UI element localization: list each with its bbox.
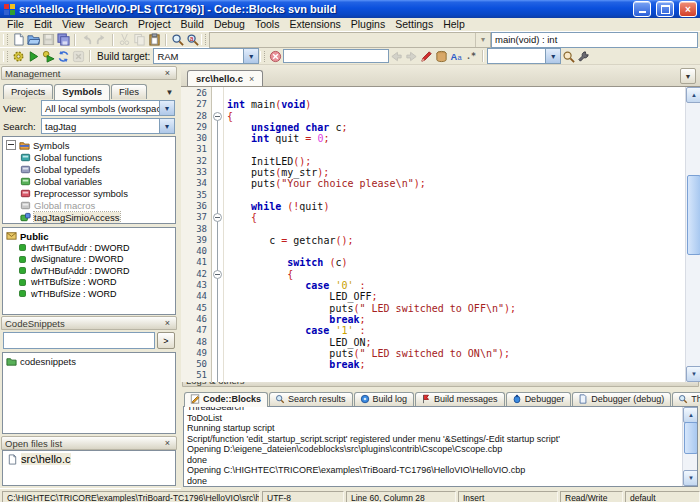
- collapse-icon[interactable]: [6, 140, 16, 150]
- code-line-34[interactable]: puts("Your choice please\n");: [227, 178, 685, 189]
- build-run-button[interactable]: [41, 49, 56, 63]
- scroll-up-icon[interactable]: ▲: [686, 87, 700, 103]
- menu-view[interactable]: View: [57, 18, 90, 31]
- minimize-button[interactable]: [633, 1, 651, 17]
- scrollbar-thumb[interactable]: [687, 175, 700, 255]
- toolbar-grip[interactable]: [260, 51, 265, 62]
- menu-settings[interactable]: Settings: [390, 18, 438, 31]
- code-line-28[interactable]: {: [227, 111, 685, 122]
- log-scrollbar[interactable]: ▲ ▼: [682, 407, 697, 486]
- open-folder-button[interactable]: [26, 33, 41, 47]
- regex-button[interactable]: .*: [464, 49, 479, 63]
- code-line-26[interactable]: [227, 88, 685, 99]
- paste-button[interactable]: [147, 33, 162, 47]
- open-files-caption[interactable]: Open files list ×: [1, 436, 177, 450]
- tab-files[interactable]: Files: [111, 84, 147, 99]
- code-editor[interactable]: 2627282930313233343536373839404142434445…: [181, 87, 700, 382]
- chevron-down-icon[interactable]: ▼: [163, 86, 176, 99]
- code-line-46[interactable]: break;: [227, 314, 685, 325]
- build-target-combo[interactable]: RAM ▾: [153, 48, 259, 64]
- fold-collapse-icon[interactable]: [212, 111, 223, 122]
- tab-symbols[interactable]: Symbols: [54, 84, 110, 100]
- chevron-down-icon[interactable]: ▾: [545, 49, 560, 63]
- code-line-43[interactable]: case '0' :: [227, 280, 685, 291]
- code-line-31[interactable]: [227, 144, 685, 155]
- restore-button[interactable]: [656, 1, 674, 17]
- wrench-button[interactable]: [576, 49, 591, 63]
- close-icon[interactable]: ×: [162, 68, 173, 78]
- public-member-dwsignature[interactable]: dwSignature : DWORD: [4, 254, 174, 266]
- public-member-whtbufsize[interactable]: wHTBufSize : WORD: [4, 277, 174, 289]
- code-line-48[interactable]: LED_ON;: [227, 337, 685, 348]
- code-line-42[interactable]: {: [227, 269, 685, 280]
- menu-project[interactable]: Project: [133, 18, 176, 31]
- fold-collapse-icon[interactable]: [212, 269, 223, 280]
- scroll-down-icon[interactable]: ▼: [686, 366, 700, 382]
- code-line-36[interactable]: while (!quit): [227, 201, 685, 212]
- tree-item-codesnippets[interactable]: codesnippets: [4, 355, 174, 367]
- code-line-44[interactable]: LED_OFF;: [227, 291, 685, 302]
- scroll-up-icon[interactable]: ▲: [683, 407, 698, 423]
- view-combo[interactable]: All local symbols (workspace) ▾: [41, 100, 175, 116]
- management-caption[interactable]: Management ×: [1, 66, 177, 80]
- tree-item-preprocessor-symbols[interactable]: Preprocessor symbols: [4, 187, 174, 199]
- log-tab-code-blocks[interactable]: Code::Blocks: [184, 392, 268, 407]
- clear-search-button[interactable]: [268, 49, 283, 63]
- tab-projects[interactable]: Projects: [3, 84, 53, 99]
- search-plus-button[interactable]: [561, 49, 576, 63]
- chevron-down-icon[interactable]: ▾: [243, 49, 258, 63]
- tree-item-tagsimiobuffer[interactable]: tagSimIOBuffer: [4, 223, 174, 224]
- toolbar-grip[interactable]: [3, 34, 8, 45]
- tree-item-global-functions[interactable]: Global functions: [4, 151, 174, 163]
- code-line-35[interactable]: [227, 190, 685, 201]
- menu-file[interactable]: File: [2, 18, 29, 31]
- menu-debug[interactable]: Debug: [209, 18, 250, 31]
- code-line-41[interactable]: switch (c): [227, 257, 685, 268]
- close-icon[interactable]: ×: [249, 74, 254, 84]
- function-combo[interactable]: main(void) : int: [491, 32, 698, 48]
- snippet-search-input[interactable]: [3, 332, 155, 349]
- new-file-button[interactable]: [11, 33, 26, 47]
- code-line-47[interactable]: case '1' :: [227, 325, 685, 336]
- editor-scrollbar[interactable]: ▲ ▼: [685, 87, 700, 382]
- code-line-32[interactable]: InitLED();: [227, 156, 685, 167]
- tree-item-tagjtagsimioaccess[interactable]: tagJtagSimioAccess: [4, 211, 174, 223]
- nav-back-button[interactable]: [389, 49, 404, 63]
- abort-button[interactable]: [71, 49, 86, 63]
- match-case-button[interactable]: [434, 49, 449, 63]
- codesnippets-caption[interactable]: CodeSnippets ×: [1, 316, 177, 330]
- log-tab-search-results[interactable]: Search results: [269, 392, 353, 406]
- symbol-search-combo[interactable]: tagJtag ▾: [41, 118, 175, 134]
- log-tab-thread-search[interactable]: Thread search: [672, 392, 700, 406]
- scope-combo[interactable]: ▾: [209, 32, 491, 48]
- chevron-down-icon[interactable]: ▾: [159, 119, 174, 133]
- code-line-49[interactable]: puts(" LED switched to ON\n");: [227, 348, 685, 359]
- save-button[interactable]: [41, 33, 56, 47]
- redo-button[interactable]: [94, 33, 109, 47]
- menu-help[interactable]: Help: [438, 18, 470, 31]
- editor-tab-hello-c[interactable]: src\hello.c ×: [187, 70, 263, 86]
- fold-margin[interactable]: [212, 87, 224, 382]
- close-icon[interactable]: ×: [162, 438, 173, 448]
- tree-root-symbols[interactable]: Symbols: [4, 139, 174, 151]
- chevron-down-icon[interactable]: ▾: [159, 101, 174, 115]
- snippet-search-button[interactable]: >: [157, 332, 175, 349]
- cut-button[interactable]: [117, 33, 132, 47]
- tree-item-global-macros[interactable]: Global macros: [4, 199, 174, 211]
- code-line-51[interactable]: [227, 370, 685, 381]
- scrollbar-thumb[interactable]: [684, 422, 698, 454]
- nav-forward-button[interactable]: [404, 49, 419, 63]
- copy-button[interactable]: [132, 33, 147, 47]
- menu-edit[interactable]: Edit: [29, 18, 57, 31]
- save-all-button[interactable]: [56, 33, 71, 47]
- rebuild-button[interactable]: [56, 49, 71, 63]
- log-tab-debugger-debug[interactable]: Debugger (debug): [572, 392, 671, 406]
- highlight-button[interactable]: [419, 49, 434, 63]
- code-line-45[interactable]: puts(" LED switched to OFF\n");: [227, 303, 685, 314]
- log-tab-debugger[interactable]: Debugger: [506, 392, 572, 406]
- code-line-40[interactable]: [227, 246, 685, 257]
- run-button[interactable]: [26, 49, 41, 63]
- code-line-30[interactable]: int quit = 0;: [227, 133, 685, 144]
- menu-search[interactable]: Search: [90, 18, 133, 31]
- close-icon[interactable]: ×: [162, 318, 173, 328]
